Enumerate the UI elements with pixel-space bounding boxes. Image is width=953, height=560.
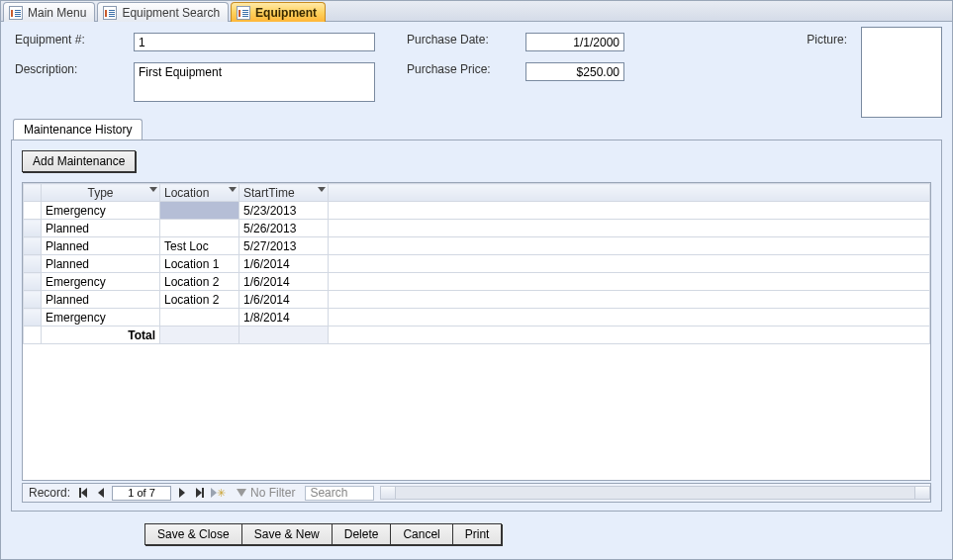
cell-type[interactable]: Emergency [42, 202, 160, 220]
nav-last-button[interactable] [191, 485, 209, 501]
cell-starttime[interactable]: 1/6/2014 [239, 291, 329, 309]
row-selector[interactable] [24, 237, 42, 255]
document-tab-bar: Main Menu Equipment Search Equipment [1, 1, 952, 22]
cell-empty[interactable] [329, 309, 930, 327]
table-row[interactable]: PlannedLocation 11/6/2014 [24, 255, 930, 273]
form-icon [103, 6, 117, 20]
col-empty[interactable] [329, 184, 930, 202]
cell-empty[interactable] [329, 255, 930, 273]
table-row[interactable]: Emergency5/23/2013 [24, 202, 930, 220]
form-body: Equipment #: Description: Purchase Date:… [11, 27, 942, 551]
cell-type[interactable]: Planned [42, 291, 160, 309]
cell-type[interactable]: Emergency [42, 309, 160, 327]
subform-body: Add Maintenance Type Location StartTime [11, 140, 942, 512]
cell-starttime[interactable]: 5/26/2013 [239, 220, 329, 237]
picture-box[interactable] [861, 27, 942, 118]
row-selector[interactable] [24, 255, 42, 273]
table-row[interactable]: Planned5/26/2013 [24, 220, 930, 237]
save-close-button[interactable]: Save & Close [144, 523, 241, 545]
subform-container: Maintenance History Add Maintenance Type… [11, 118, 942, 512]
row-selector[interactable] [24, 220, 42, 237]
datasheet-scroll[interactable]: Type Location StartTime Emergency5/23/20… [23, 183, 930, 480]
equipment-no-input[interactable] [134, 33, 375, 51]
cell-location[interactable]: Test Loc [160, 237, 239, 255]
cell-type[interactable]: Planned [42, 237, 160, 255]
cell-starttime[interactable]: 5/27/2013 [239, 237, 329, 255]
add-maintenance-button[interactable]: Add Maintenance [22, 150, 136, 172]
cell-location[interactable] [160, 309, 239, 327]
nav-next-button[interactable] [173, 485, 191, 501]
cell-starttime[interactable]: 1/6/2014 [239, 273, 329, 291]
dropdown-icon [149, 187, 157, 192]
save-new-button[interactable]: Save & New [241, 523, 332, 545]
tab-label: Equipment Search [122, 6, 220, 20]
row-selector[interactable] [24, 273, 42, 291]
app-window: Main Menu Equipment Search Equipment Equ… [0, 0, 953, 560]
form-button-bar: Save & Close Save & New Delete Cancel Pr… [144, 523, 502, 545]
row-selector-header[interactable] [24, 184, 42, 202]
table-row[interactable]: PlannedLocation 21/6/2014 [24, 291, 930, 309]
purchase-date-label: Purchase Date: [407, 33, 525, 47]
datasheet: Type Location StartTime Emergency5/23/20… [22, 182, 931, 481]
cell-location[interactable]: Location 2 [160, 291, 239, 309]
picture-label: Picture: [807, 33, 847, 47]
tab-equipment-search[interactable]: Equipment Search [97, 2, 229, 22]
col-type[interactable]: Type [42, 184, 160, 202]
cell-empty[interactable] [329, 202, 930, 220]
cell-starttime[interactable]: 1/8/2014 [239, 309, 329, 327]
cancel-button[interactable]: Cancel [390, 523, 451, 545]
funnel-icon [237, 489, 246, 497]
delete-button[interactable]: Delete [332, 523, 391, 545]
col-starttime[interactable]: StartTime [239, 184, 329, 202]
description-input[interactable] [134, 62, 375, 102]
cell-type[interactable]: Planned [42, 220, 160, 237]
datasheet-table: Type Location StartTime Emergency5/23/20… [23, 183, 930, 344]
cell-empty[interactable] [329, 291, 930, 309]
nav-new-button[interactable]: ✳ [209, 485, 227, 501]
tab-label: Equipment [255, 6, 317, 20]
tab-equipment[interactable]: Equipment [231, 2, 326, 22]
horizontal-scrollbar[interactable] [380, 486, 930, 500]
cell-empty[interactable] [329, 220, 930, 237]
purchase-price-input[interactable] [525, 62, 624, 81]
dropdown-icon [318, 187, 326, 192]
cell-starttime[interactable]: 1/6/2014 [239, 255, 329, 273]
cell-empty[interactable] [329, 237, 930, 255]
cell-empty[interactable] [329, 273, 930, 291]
row-selector[interactable] [24, 202, 42, 220]
print-button[interactable]: Print [452, 523, 503, 545]
tab-maintenance-history[interactable]: Maintenance History [13, 119, 143, 140]
dropdown-icon [229, 187, 237, 192]
nav-first-button[interactable] [74, 485, 92, 501]
filter-indicator[interactable]: No Filter [237, 486, 295, 500]
search-input[interactable] [305, 486, 374, 501]
subform-tab-strip: Maintenance History [11, 118, 942, 140]
record-position-input[interactable] [112, 486, 171, 501]
total-row: Total [24, 327, 930, 344]
total-label: Total [42, 327, 160, 344]
cell-location[interactable]: Location 2 [160, 273, 239, 291]
col-location[interactable]: Location [160, 184, 239, 202]
equipment-no-label: Equipment #: [15, 33, 134, 47]
row-selector[interactable] [24, 309, 42, 327]
subtab-label: Maintenance History [24, 123, 132, 137]
form-icon [9, 6, 23, 20]
purchase-price-label: Purchase Price: [407, 62, 525, 76]
cell-location[interactable]: Location 1 [160, 255, 239, 273]
cell-starttime[interactable]: 5/23/2013 [239, 202, 329, 220]
tab-main-menu[interactable]: Main Menu [3, 2, 95, 22]
cell-type[interactable]: Emergency [42, 273, 160, 291]
nav-prev-button[interactable] [92, 485, 110, 501]
table-row[interactable]: EmergencyLocation 21/6/2014 [24, 273, 930, 291]
purchase-date-input[interactable] [525, 33, 624, 51]
description-label: Description: [15, 62, 134, 76]
record-label: Record: [29, 486, 70, 500]
row-selector[interactable] [24, 291, 42, 309]
cell-location[interactable] [160, 220, 239, 237]
cell-type[interactable]: Planned [42, 255, 160, 273]
form-icon [237, 6, 250, 20]
table-row[interactable]: Emergency1/8/2014 [24, 309, 930, 327]
record-navigator: Record: ✳ No Filter [22, 483, 931, 503]
cell-location[interactable] [160, 202, 239, 220]
table-row[interactable]: PlannedTest Loc5/27/2013 [24, 237, 930, 255]
